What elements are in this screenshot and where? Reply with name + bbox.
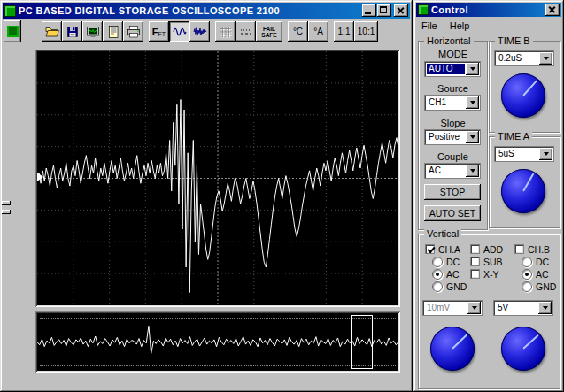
sine-wave-icon (173, 25, 187, 39)
control-close-button[interactable] (545, 4, 560, 16)
ac-b-radio[interactable]: AC (522, 268, 549, 280)
volts-b-combo[interactable]: 5V (493, 300, 553, 316)
add-checkbox[interactable]: ADD (470, 243, 503, 255)
time-a-knob[interactable] (501, 169, 545, 213)
control-window-icon (418, 4, 429, 15)
auto-set-button[interactable]: AUTO SET (424, 205, 481, 221)
volts-a-combo[interactable]: 10mV (422, 300, 483, 316)
chevron-down-icon[interactable] (539, 148, 552, 160)
volts-a-knob[interactable] (430, 327, 475, 371)
mode-label: MODE (419, 49, 487, 59)
gnd-a-label: GND (446, 281, 467, 292)
couple-combo[interactable]: AC (424, 163, 481, 179)
fft-button[interactable]: FFT (149, 21, 169, 42)
maximize-icon (380, 6, 387, 13)
temp-c-button[interactable]: °C (288, 21, 308, 42)
scope-view-button[interactable] (82, 21, 103, 42)
probe-1to1-button[interactable]: 1:1 (334, 21, 354, 42)
xy-label: X-Y (483, 269, 499, 280)
power-icon (7, 26, 19, 37)
control-window: Control File Help Horizontal MODE AUTO S… (413, 0, 564, 392)
chevron-down-icon[interactable] (466, 165, 479, 177)
close-button[interactable] (394, 4, 408, 17)
dc-b-label: DC (536, 257, 549, 267)
time-a-group-label: TIME A (495, 131, 532, 142)
minimize-icon (365, 12, 371, 14)
open-button[interactable] (42, 21, 62, 42)
failsafe-button[interactable]: FAILSAFE (256, 21, 282, 42)
radio-icon (432, 281, 443, 292)
ch-a-checkbox[interactable]: CH.A (425, 243, 460, 255)
print-button[interactable] (123, 21, 143, 42)
horizontal-group-label: Horizontal (424, 35, 474, 46)
radio-icon (522, 281, 532, 292)
time-a-combo[interactable]: 5uS (494, 146, 554, 162)
gnd-b-label: GND (536, 281, 556, 292)
source-combo[interactable]: CH1 (424, 95, 481, 111)
ac-a-label: AC (446, 269, 460, 280)
control-titlebar[interactable]: Control (416, 3, 561, 17)
ch-b-label: CH.B (528, 244, 550, 255)
save-button[interactable] (62, 21, 82, 42)
menu-file[interactable]: File (421, 20, 437, 31)
knob-pointer-icon (522, 173, 534, 191)
run-button[interactable] (4, 20, 21, 42)
chevron-down-icon[interactable] (466, 96, 479, 109)
trigger-level-arrow-icon[interactable] (37, 173, 43, 181)
chevron-down-icon[interactable] (538, 302, 552, 314)
close-icon (548, 5, 556, 13)
grid-icon (219, 25, 233, 39)
document-icon (106, 25, 120, 39)
volts-b-knob[interactable] (501, 327, 545, 371)
mode-combo[interactable]: AUTO (424, 61, 481, 77)
vertical-group-label: Vertical (424, 228, 461, 239)
time-b-combo[interactable]: 0.2uS (494, 50, 554, 66)
xy-checkbox[interactable]: X-Y (470, 268, 499, 280)
line-style-button[interactable] (236, 21, 256, 42)
overview-scope-display[interactable] (35, 311, 400, 373)
checkbox-icon (514, 244, 524, 254)
zoom-window-selector[interactable] (351, 315, 373, 369)
app-icon (4, 5, 16, 17)
temp-a-button[interactable]: °A (308, 21, 328, 42)
chevron-down-icon[interactable] (466, 131, 479, 143)
volts-a-value: 10mV (425, 303, 467, 313)
monitor-icon (86, 25, 100, 39)
main-scope-display[interactable] (35, 50, 400, 307)
ch-b-checkbox[interactable]: CH.B (514, 243, 550, 255)
report-button[interactable] (103, 21, 123, 42)
chevron-down-icon[interactable] (539, 52, 552, 65)
main-titlebar[interactable]: PC BASED DIGITAL STORAGE OSCILLOSCOPE 21… (3, 3, 410, 19)
offset-handle-b[interactable] (2, 210, 11, 214)
time-b-knob[interactable] (501, 73, 545, 118)
ch-a-label: CH.A (438, 244, 460, 255)
radio-icon (432, 257, 443, 267)
time-a-value: 5uS (497, 149, 538, 159)
stop-button[interactable]: STOP (424, 184, 481, 200)
screen: PC BASED DIGITAL STORAGE OSCILLOSCOPE 21… (0, 0, 564, 392)
dc-b-radio[interactable]: DC (522, 256, 549, 267)
floppy-icon (66, 25, 80, 39)
grid-button[interactable] (215, 21, 236, 42)
menu-help[interactable]: Help (450, 20, 470, 31)
noise-wave-button[interactable] (189, 21, 210, 42)
source-value: CH1 (427, 97, 465, 108)
sub-checkbox[interactable]: SUB (470, 256, 503, 267)
close-icon (397, 6, 405, 14)
sine-wave-button[interactable] (169, 21, 189, 42)
chevron-down-icon[interactable] (467, 302, 481, 314)
chevron-down-icon[interactable] (466, 63, 479, 75)
probe-10to1-button[interactable]: 10:1 (354, 21, 378, 42)
minimize-button[interactable] (362, 4, 376, 17)
gnd-b-radio[interactable]: GND (522, 281, 556, 292)
checkbox-icon (470, 257, 480, 266)
oscilloscope-window: PC BASED DIGITAL STORAGE OSCILLOSCOPE 21… (0, 0, 413, 392)
dc-a-radio[interactable]: DC (432, 256, 460, 267)
ac-a-radio[interactable]: AC (432, 268, 460, 280)
maximize-button[interactable] (377, 4, 391, 17)
control-menubar: File Help (416, 19, 561, 33)
noise-wave-icon (193, 25, 207, 39)
gnd-a-radio[interactable]: GND (432, 281, 467, 292)
slope-combo[interactable]: Positive (424, 129, 481, 145)
offset-handle-a[interactable] (2, 201, 11, 205)
